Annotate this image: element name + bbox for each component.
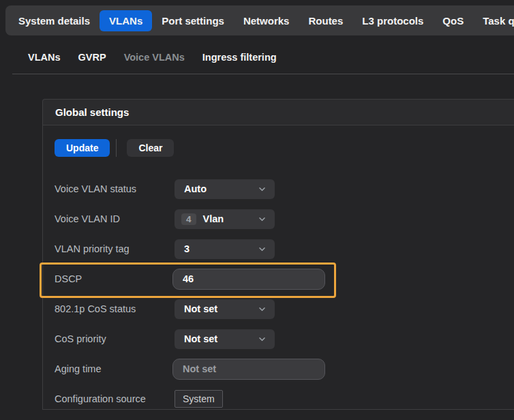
dscp-label: DSCP [55,273,175,284]
row-voice-vlan-status: Voice VLAN status Auto [55,179,514,199]
nav-item-qos[interactable]: QoS [433,10,473,31]
tab-vlans[interactable]: VLANs [19,52,70,63]
vlan-priority-tag-select[interactable]: 3 [175,239,275,259]
global-settings-panel: Global settings Update Clear Voice VLAN … [42,99,514,410]
row-dscp: DSCP [55,269,514,289]
vlan-priority-tag-value: 3 [184,243,258,254]
chevron-down-icon [258,305,267,314]
vlan-subtabs: VLANs GVRP Voice VLANs Ingress filtering [19,49,514,65]
row-cos-priority: CoS priority Not set [55,329,514,349]
tabs-divider [12,74,514,74]
tab-gvrp[interactable]: GVRP [70,52,115,63]
panel-body: Update Clear Voice VLAN status Auto Voic… [42,125,514,410]
nav-item-task-queue[interactable]: Task queue [473,10,514,31]
voice-vlan-status-select[interactable]: Auto [175,179,275,199]
cos-priority-select[interactable]: Not set [175,329,275,349]
nav-item-port-settings[interactable]: Port settings [152,10,234,31]
row-cos-status: 802.1p CoS status Not set [55,299,514,319]
voice-vlan-status-label: Voice VLAN status [55,183,175,194]
voice-vlan-id-label: Voice VLAN ID [55,213,175,224]
voice-vlan-id-value: Vlan [203,213,258,224]
tab-voice-vlans[interactable]: Voice VLANs [115,52,194,63]
action-buttons-row: Update Clear [55,139,514,157]
chevron-down-icon [258,245,267,254]
update-button[interactable]: Update [55,139,110,157]
row-voice-vlan-id: Voice VLAN ID 4 Vlan [55,209,514,229]
voice-vlan-id-select[interactable]: 4 Vlan [175,209,275,229]
cos-status-label: 802.1p CoS status [55,303,175,314]
nav-item-system-details[interactable]: System details [9,10,100,31]
nav-item-l3-protocols[interactable]: L3 protocols [352,10,433,31]
aging-time-input[interactable] [172,359,325,380]
aging-time-label: Aging time [55,363,175,374]
cos-status-select[interactable]: Not set [175,299,275,319]
button-separator [116,139,117,157]
row-aging-time: Aging time [55,359,514,379]
cos-priority-label: CoS priority [55,333,175,344]
tab-ingress-filtering[interactable]: Ingress filtering [194,52,286,63]
chevron-down-icon [258,185,267,194]
configuration-source-label: Configuration source [55,393,175,404]
row-configuration-source: Configuration source System [55,389,514,409]
cos-status-value: Not set [184,303,258,314]
row-vlan-priority-tag: VLAN priority tag 3 [55,239,514,259]
nav-item-routes[interactable]: Routes [299,10,352,31]
chevron-down-icon [258,215,267,224]
chevron-down-icon [258,335,267,344]
vlan-id-badge: 4 [181,213,196,225]
panel-header: Global settings [42,99,514,125]
configuration-source-badge: System [175,390,223,408]
voice-vlan-status-value: Auto [184,183,258,194]
nav-item-vlans[interactable]: VLANs [100,10,152,31]
cos-priority-value: Not set [184,333,258,344]
top-navigation-bar: System details VLANs Port settings Netwo… [5,5,514,35]
nav-item-networks[interactable]: Networks [234,10,299,31]
panel-title: Global settings [55,106,129,118]
vlan-priority-tag-label: VLAN priority tag [55,243,175,254]
dscp-input[interactable] [172,269,325,290]
clear-button[interactable]: Clear [127,139,174,157]
